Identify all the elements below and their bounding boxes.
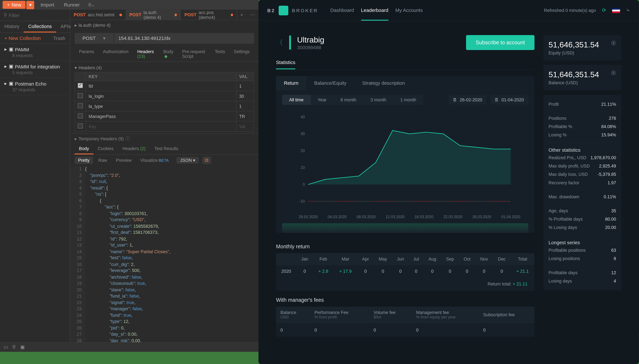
tab-authorization[interactable]: Authorization xyxy=(99,46,133,62)
time-1m[interactable]: 1 month xyxy=(393,95,423,105)
headers-section-title[interactable]: ▾Headers (4) xyxy=(75,64,254,72)
sidebar-toggle-icon[interactable]: ▭ xyxy=(4,344,8,350)
time-all[interactable]: All time xyxy=(282,95,311,105)
return-chart[interactable]: -10010203040 28.02.202004.03.202008.03.2… xyxy=(276,109,534,223)
info-icon[interactable]: i xyxy=(611,40,616,46)
info-icon[interactable]: i xyxy=(611,70,616,76)
subscribe-button[interactable]: Subscribe to account xyxy=(466,35,534,50)
header-row[interactable]: KeyVal xyxy=(75,121,254,131)
header-checkbox[interactable] xyxy=(78,83,83,88)
back-button[interactable]: 〈 xyxy=(276,38,283,47)
add-tab-button[interactable]: + xyxy=(237,10,247,20)
tab-balance[interactable]: Balance/Equity xyxy=(306,76,354,90)
cell-aug: 0 xyxy=(423,265,441,277)
resp-tab-cookies[interactable]: Cookies xyxy=(93,144,118,154)
view-preview[interactable]: Preview xyxy=(113,156,135,164)
view-pretty[interactable]: Pretty xyxy=(75,156,93,164)
language-flag[interactable] xyxy=(612,8,620,13)
logout-icon[interactable]: ⤷ xyxy=(626,8,630,13)
trash-link[interactable]: Trash xyxy=(53,36,65,41)
request-tab[interactable]: POSTacc.pos (demo4) xyxy=(181,10,237,20)
svg-text:04.03.2020: 04.03.2020 xyxy=(328,215,347,219)
import-button[interactable]: Import xyxy=(37,1,58,9)
tab-headers[interactable]: Headers (13) xyxy=(133,46,159,62)
tab-body[interactable]: Body xyxy=(159,46,178,62)
url-input[interactable]: 154.61.34.130:49121/dx xyxy=(114,33,254,44)
runner-button[interactable]: Runner xyxy=(61,1,83,9)
tab-settings[interactable]: Settings xyxy=(230,46,254,62)
json-label: JSON xyxy=(180,158,192,163)
date-to[interactable]: 🗓01-04-2020 xyxy=(490,95,528,104)
view-mode-tabs: Pretty Raw Preview VisualizeBETA JSON ▾ … xyxy=(70,155,259,166)
header-row[interactable]: la_login30 xyxy=(75,91,254,101)
find-icon[interactable]: ⚲ xyxy=(12,344,16,350)
method-select[interactable]: POST ▾ xyxy=(75,33,114,44)
view-visualize[interactable]: VisualizeBETA xyxy=(137,156,172,164)
stat-positions: Positions276 xyxy=(548,114,616,122)
header-row[interactable]: la_type1 xyxy=(75,101,254,111)
resp-tab-tests[interactable]: Test Results xyxy=(150,144,183,154)
time-6m[interactable]: 6 month xyxy=(334,95,363,105)
header-checkbox[interactable] xyxy=(78,113,83,118)
date-from[interactable]: 🗓26-02-2020 xyxy=(448,95,487,104)
time-year[interactable]: Year xyxy=(311,95,334,105)
return-total-value: + 21.11 xyxy=(513,282,527,286)
tab-return[interactable]: Return xyxy=(276,76,306,90)
header-row[interactable]: lbl1 xyxy=(75,81,254,91)
stat-losing-pct: Losing %15.94% xyxy=(548,131,616,139)
fee-vol: 0 xyxy=(369,323,412,337)
collection-item[interactable]: ▸▣ PAMM8 requests xyxy=(0,44,70,61)
tab-menu-button[interactable]: ⋯ xyxy=(247,10,259,20)
monthly-title: Monthly return xyxy=(276,237,534,253)
new-button[interactable]: +New xyxy=(3,1,26,9)
tab-tests[interactable]: Tests xyxy=(210,46,230,62)
resp-tab-headers[interactable]: Headers (2) xyxy=(118,144,150,154)
method-label: POST xyxy=(83,36,96,41)
equity-card: i 51,646,351.54 Equity (USD) xyxy=(543,35,621,60)
balance-value: 51,646,351.54 xyxy=(548,70,616,80)
resp-tab-body[interactable]: Body xyxy=(75,144,93,154)
temp-headers-toggle[interactable]: ▸Temporary Headers (9) ⓘ xyxy=(70,133,259,144)
collection-item[interactable]: ▸▣ Postman Echo37 requests xyxy=(0,78,70,95)
header-checkbox[interactable] xyxy=(78,93,83,98)
tab-history[interactable]: History xyxy=(0,21,24,32)
cell-dec: 0 xyxy=(493,265,511,277)
postman-window: +New ▾ Import Runner ⎘▾ ⚲Filter History … xyxy=(0,0,259,352)
col-sub: Subscription fee xyxy=(479,307,534,323)
refresh-text: Refreshed 0 minute(s) ago xyxy=(544,8,596,13)
monthly-col: Aug xyxy=(423,253,441,265)
filter-input[interactable]: ⚲Filter xyxy=(0,10,70,21)
nav-leaderboard[interactable]: Leaderboard xyxy=(361,0,388,20)
tab-params[interactable]: Params xyxy=(75,46,99,62)
tab-strategy[interactable]: Strategy description xyxy=(354,76,413,90)
new-collection-button[interactable]: + New Collection xyxy=(5,36,41,41)
wrap-button[interactable]: ⧉ xyxy=(202,156,211,164)
brand-logo[interactable]: B2 BROKER xyxy=(267,6,318,15)
view-raw[interactable]: Raw xyxy=(95,156,111,164)
tab-statistics[interactable]: Statistics xyxy=(276,56,295,70)
collection-item[interactable]: ▸▣ PAMM for integration5 requests xyxy=(0,61,70,78)
console-icon[interactable]: ▣ xyxy=(20,344,25,350)
header-checkbox[interactable] xyxy=(78,103,83,108)
tab-collections[interactable]: Collections xyxy=(24,21,56,32)
chevron-right-icon: ▸ xyxy=(75,136,77,141)
fees-row: 0 0 0 0 0 xyxy=(276,323,534,337)
brand-broker: BROKER xyxy=(292,8,318,13)
header-checkbox[interactable] xyxy=(78,123,83,128)
monthly-col: Jul xyxy=(409,253,423,265)
svg-text:22.03.2020: 22.03.2020 xyxy=(443,215,462,219)
runner-dropdown[interactable]: ⎘▾ xyxy=(86,1,97,9)
nav-accounts[interactable]: My Accounts xyxy=(395,0,423,20)
lang-select[interactable]: JSON ▾ xyxy=(177,157,199,164)
tab-prerequest[interactable]: Pre-request Script xyxy=(178,46,210,62)
time-3m[interactable]: 3 month xyxy=(363,95,393,105)
new-dropdown[interactable]: ▾ xyxy=(27,1,35,9)
header-row[interactable]: ManagerPassTR xyxy=(75,111,254,121)
nav-dashboard[interactable]: Dashboard xyxy=(330,0,354,20)
chart-minimap[interactable] xyxy=(282,223,528,233)
col-mgmt: Management fee% from equity per year xyxy=(412,307,479,323)
refresh-icon[interactable]: ⟳ xyxy=(602,8,606,13)
response-body[interactable]: 1{2 "jsonrpc": "2.0",3 "id": null,4 "res… xyxy=(70,166,259,342)
request-tab[interactable]: POSTla.auth (demo 4) xyxy=(126,10,181,20)
request-tab[interactable]: POSTacc.hist.seimt xyxy=(70,10,126,20)
